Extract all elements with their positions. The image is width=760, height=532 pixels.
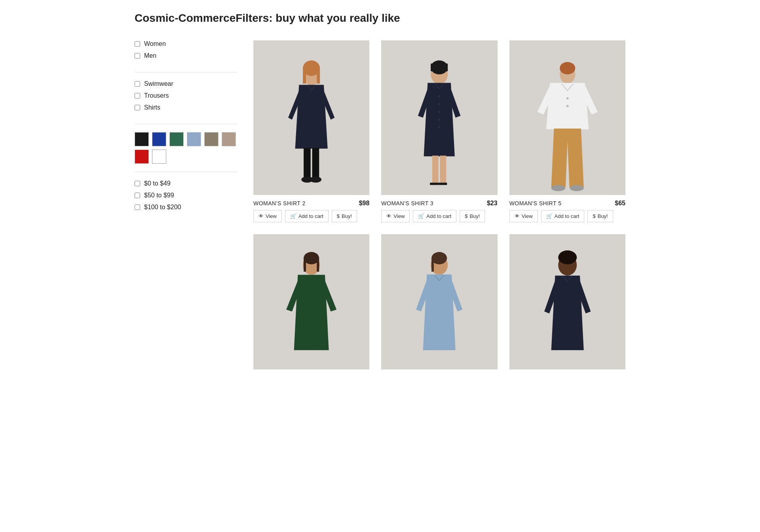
color-swatch-red[interactable]: [135, 150, 149, 164]
svg-point-24: [560, 62, 575, 74]
filter-trousers[interactable]: Trousers: [135, 92, 238, 99]
filter-swimwear-label: Swimwear: [144, 80, 173, 87]
product-illustration-shirt7: [381, 234, 497, 369]
filter-price-0-49-checkbox[interactable]: [135, 181, 140, 186]
svg-rect-32: [304, 258, 306, 272]
add-to-cart-button-shirt3[interactable]: 🛒 Add to cart: [413, 210, 456, 222]
color-swatch-white[interactable]: [152, 150, 166, 164]
product-illustration-shirt5: [509, 40, 625, 195]
product-card-shirt7: [381, 234, 497, 369]
svg-rect-4: [317, 68, 320, 83]
product-info-shirt3: WOMAN'S SHIRT 3 $23: [381, 195, 497, 210]
color-swatch-blue[interactable]: [152, 132, 166, 146]
product-price-shirt5: $65: [615, 200, 625, 207]
product-info-shirt5: WOMAN'S SHIRT 5 $65: [509, 195, 625, 210]
sidebar: Women Men Swimwear Trousers: [135, 40, 238, 369]
product-image-shirt8: [509, 234, 625, 369]
filter-price-100-200-checkbox[interactable]: [135, 204, 140, 210]
svg-point-13: [438, 95, 441, 98]
svg-point-36: [431, 252, 447, 264]
cart-icon: 🛒: [546, 213, 553, 219]
svg-rect-33: [317, 258, 319, 272]
filter-price-50-99-checkbox[interactable]: [135, 193, 140, 198]
filter-price-50-99-label: $50 to $99: [144, 192, 174, 199]
eye-icon: 👁: [386, 213, 391, 219]
svg-point-25: [566, 97, 568, 100]
svg-rect-3: [303, 68, 306, 83]
buy-button-shirt5[interactable]: $ Buy!: [587, 210, 613, 222]
color-swatch-khaki[interactable]: [204, 132, 218, 146]
product-card-shirt8: [509, 234, 625, 369]
buy-button-shirt3[interactable]: $ Buy!: [460, 210, 485, 222]
svg-point-26: [566, 105, 568, 107]
svg-point-15: [438, 111, 441, 113]
svg-rect-37: [431, 258, 434, 272]
filter-men-checkbox[interactable]: [135, 53, 140, 59]
color-swatch-green[interactable]: [169, 132, 184, 146]
view-button-shirt2[interactable]: 👁 View: [253, 210, 282, 222]
svg-rect-21: [439, 183, 447, 185]
svg-point-27: [551, 185, 565, 191]
svg-rect-5: [304, 148, 311, 179]
filter-swimwear-checkbox[interactable]: [135, 81, 140, 87]
product-illustration-shirt3: [381, 40, 497, 195]
product-illustration-shirt2: [253, 40, 369, 195]
product-illustration-shirt8: [509, 234, 625, 369]
color-swatches-container: [135, 132, 238, 164]
add-to-cart-button-shirt2[interactable]: 🛒 Add to cart: [285, 210, 329, 222]
product-name-shirt5: WOMAN'S SHIRT 5: [509, 200, 562, 206]
product-price-shirt3: $23: [487, 200, 498, 207]
view-button-shirt3[interactable]: 👁 View: [381, 210, 410, 222]
svg-point-16: [438, 119, 441, 121]
filter-women-label: Women: [144, 40, 166, 47]
product-illustration-shirt6: [253, 234, 369, 369]
svg-rect-6: [312, 148, 319, 179]
product-actions-shirt5: 👁 View 🛒 Add to cart $ Buy!: [509, 210, 625, 222]
products-grid: WOMAN'S SHIRT 2 $98 👁 View 🛒 Add to cart…: [253, 40, 625, 369]
buy-button-shirt2[interactable]: $ Buy!: [332, 210, 357, 222]
product-card-shirt3: WOMAN'S SHIRT 3 $23 👁 View 🛒 Add to cart…: [381, 40, 497, 222]
filter-trousers-checkbox[interactable]: [135, 93, 140, 98]
product-image-shirt6: [253, 234, 369, 369]
add-to-cart-button-shirt5[interactable]: 🛒 Add to cart: [541, 210, 585, 222]
svg-rect-18: [432, 155, 439, 182]
product-name-shirt3: WOMAN'S SHIRT 3: [381, 200, 433, 206]
filter-shirts-checkbox[interactable]: [135, 105, 140, 110]
filter-women[interactable]: Women: [135, 40, 238, 47]
dollar-icon: $: [593, 213, 595, 219]
filter-women-checkbox[interactable]: [135, 41, 140, 47]
price-filter-group: $0 to $49 $50 to $99 $100 to $200: [135, 180, 238, 223]
color-swatch-black[interactable]: [135, 132, 149, 146]
product-actions-shirt3: 👁 View 🛒 Add to cart $ Buy!: [381, 210, 497, 222]
eye-icon: 👁: [258, 213, 264, 219]
filter-trousers-label: Trousers: [144, 92, 169, 99]
filter-shirts-label: Shirts: [144, 104, 160, 111]
category-filter-group: Swimwear Trousers Shirts: [135, 80, 238, 124]
color-filter-group: [135, 132, 238, 172]
product-image-shirt7: [381, 234, 497, 369]
filter-men[interactable]: Men: [135, 52, 238, 59]
svg-point-31: [304, 252, 319, 264]
filter-swimwear[interactable]: Swimwear: [135, 80, 238, 87]
product-actions-shirt2: 👁 View 🛒 Add to cart $ Buy!: [253, 210, 369, 222]
product-name-shirt2: WOMAN'S SHIRT 2: [253, 200, 306, 206]
product-image-shirt3: [381, 40, 497, 195]
product-card-shirt2: WOMAN'S SHIRT 2 $98 👁 View 🛒 Add to cart…: [253, 40, 369, 222]
filter-price-0-49[interactable]: $0 to $49: [135, 180, 238, 187]
svg-point-8: [310, 176, 321, 183]
color-swatch-lightblue[interactable]: [187, 132, 201, 146]
view-button-shirt5[interactable]: 👁 View: [509, 210, 538, 222]
svg-point-28: [570, 185, 583, 191]
svg-point-14: [438, 103, 441, 105]
product-card-shirt5: WOMAN'S SHIRT 5 $65 👁 View 🛒 Add to cart…: [509, 40, 625, 222]
filter-price-100-200[interactable]: $100 to $200: [135, 204, 238, 211]
cart-icon: 🛒: [418, 213, 424, 219]
filter-shirts[interactable]: Shirts: [135, 104, 238, 111]
product-image-shirt5: [509, 40, 625, 195]
product-card-shirt6: [253, 234, 369, 369]
page-title: Cosmic-CommerceFilters: buy what you rea…: [135, 12, 625, 25]
filter-price-50-99[interactable]: $50 to $99: [135, 192, 238, 199]
color-swatch-taupe[interactable]: [222, 132, 236, 146]
svg-rect-20: [430, 183, 439, 185]
gender-filter-group: Women Men: [135, 40, 238, 72]
